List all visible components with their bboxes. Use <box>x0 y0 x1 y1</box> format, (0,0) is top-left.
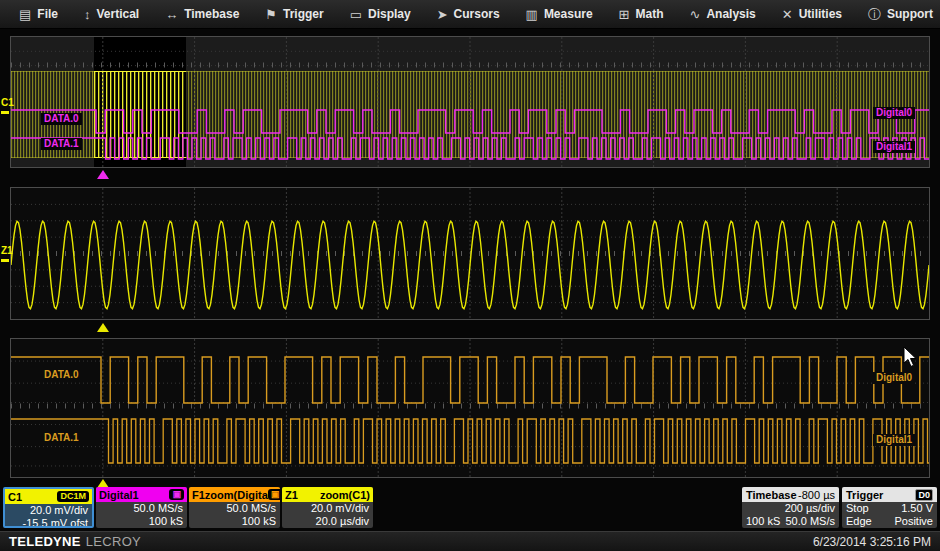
timebase-per-div: 200 µs/div <box>785 502 835 515</box>
menu-item-utilities[interactable]: ✕Utilities <box>769 3 855 25</box>
top-grid[interactable]: DATA.0 DATA.1 Digital0 Digital1 <box>10 36 930 168</box>
brand-teledyne: TELEDYNE <box>9 534 81 549</box>
menu-item-math[interactable]: ⊞Math <box>606 3 677 25</box>
menu-item-label: Measure <box>544 7 593 21</box>
descriptor-value: 20.0 mV/div <box>9 504 88 517</box>
digital0-zoom-right-label: Digital0 <box>873 372 915 384</box>
digital1-right-label: Digital1 <box>873 141 915 153</box>
menu-item-label: Trigger <box>283 7 324 21</box>
descriptor-badge: ▣ <box>169 489 184 500</box>
brand-lecroy: LECROY <box>86 534 141 549</box>
status-bar: TELEDYNE LECROY 6/23/2014 3:25:16 PM <box>0 531 940 551</box>
datetime-display: 6/23/2014 3:25:16 PM <box>813 535 931 549</box>
timebase-delay: -800 µs <box>798 489 835 501</box>
menu-item-analysis[interactable]: ∿Analysis <box>676 3 768 25</box>
descriptor-title: Digital1 <box>99 489 139 501</box>
descriptor-value: 50.0 MS/s <box>100 502 183 515</box>
data0-label: DATA.0 <box>41 113 82 125</box>
menu-item-label: Support <box>887 7 933 21</box>
file-icon: ▤ <box>19 8 31 21</box>
descriptor-badge: DC1M <box>57 491 89 502</box>
menu-item-cursors[interactable]: ➤Cursors <box>424 3 513 25</box>
digital-zoom-grid[interactable]: DATA.0 DATA.1 Digital0 Digital1 <box>10 338 930 478</box>
digital1-zoom-right-label: Digital1 <box>873 434 915 446</box>
c1-channel-indicator[interactable]: C1 <box>1 98 14 108</box>
descriptor-value: 50.0 MS/s <box>193 502 276 515</box>
menu-item-label: Timebase <box>184 7 239 21</box>
support-info-icon: ⓘ <box>868 8 881 21</box>
channel-descriptor-c1[interactable]: C1DC1M20.0 mV/div-15.5 mV ofst <box>3 487 94 528</box>
descriptor-value: 100 kS <box>193 515 276 528</box>
trigger-level: 1.50 V <box>901 502 933 515</box>
descriptor-badge: ▣ <box>268 489 280 500</box>
cursor-pointer-icon: ➤ <box>437 8 448 21</box>
z1-channel-indicator[interactable]: Z1 <box>1 246 13 256</box>
descriptor-value: -15.5 mV ofst <box>9 517 88 528</box>
trigger-mode: Stop <box>846 502 869 515</box>
trigger-source-badge: D0 <box>915 489 933 501</box>
descriptor-function-label: zoom(C1) <box>320 489 370 501</box>
analysis-chart-icon: ∿ <box>689 8 700 21</box>
menu-item-trigger[interactable]: ⚑Trigger <box>252 3 336 25</box>
digital0-right-label: Digital0 <box>873 107 915 119</box>
trigger-position-marker[interactable] <box>97 170 109 179</box>
menu-item-label: Vertical <box>96 7 139 21</box>
menu-item-label: Math <box>635 7 663 21</box>
top-grid-traces <box>11 37 929 167</box>
display-monitor-icon: ▭ <box>350 8 362 21</box>
z1-offset-tick <box>1 259 9 262</box>
z1-sine-trace[interactable] <box>11 221 929 309</box>
menu-item-label: Utilities <box>799 7 842 21</box>
data0-zoom-label: DATA.0 <box>41 369 82 381</box>
descriptor-value: 20.0 µs/div <box>286 515 369 528</box>
digital-zoom-traces <box>11 339 929 477</box>
descriptor-value: 20.0 mV/div <box>286 502 369 515</box>
math-calculator-icon: ⊞ <box>619 8 630 21</box>
menu-item-label: Analysis <box>706 7 755 21</box>
trigger-slope: Positive <box>894 515 933 528</box>
horizontal-arrows-icon: ↔ <box>165 8 178 21</box>
menu-item-vertical[interactable]: ↕Vertical <box>71 3 152 25</box>
trigger-descriptor[interactable]: Trigger D0 Stop 1.50 V Edge Positive <box>842 487 937 528</box>
channel-descriptor-z1[interactable]: Z1zoom(C1)20.0 mV/div20.0 µs/div <box>282 487 373 528</box>
vertical-arrows-icon: ↕ <box>84 8 91 21</box>
trigger-flag-icon: ⚑ <box>265 8 277 21</box>
timebase-title: Timebase <box>746 489 797 501</box>
data1-label: DATA.1 <box>41 138 82 150</box>
z1-sine-trace-svg <box>11 188 929 319</box>
measure-caliper-icon: ▥ <box>526 8 538 21</box>
descriptor-title: C1 <box>8 491 22 503</box>
timebase-rate: 50.0 MS/s <box>785 515 835 528</box>
descriptor-title: F1 <box>192 489 205 501</box>
menu-item-measure[interactable]: ▥Measure <box>513 3 606 25</box>
menu-item-timebase[interactable]: ↔Timebase <box>152 3 252 25</box>
trigger-type: Edge <box>846 515 872 528</box>
menu-item-display[interactable]: ▭Display <box>337 3 424 25</box>
timebase-descriptor[interactable]: Timebase -800 µs 200 µs/div 100 kS 50.0 … <box>742 487 839 528</box>
trigger-title: Trigger <box>846 489 883 501</box>
menu-bar: ▤File↕Vertical↔Timebase⚑Trigger▭Display➤… <box>0 0 940 29</box>
descriptor-function-label: zoom(Digita <box>205 489 268 501</box>
menu-item-label: File <box>37 7 58 21</box>
data1-overview-trace[interactable] <box>11 138 929 159</box>
menu-item-label: Display <box>368 7 411 21</box>
z1-trigger-marker[interactable] <box>97 323 109 332</box>
descriptor-title: Z1 <box>285 489 298 501</box>
menu-item-file[interactable]: ▤File <box>6 3 71 25</box>
menu-item-label: Cursors <box>454 7 500 21</box>
z1-zoom-grid[interactable] <box>10 187 930 320</box>
c1-offset-tick <box>1 111 9 114</box>
channel-descriptor-f1[interactable]: F1zoom(Digita▣50.0 MS/s100 kS <box>189 487 280 528</box>
data1-zoom-label: DATA.1 <box>41 432 82 444</box>
descriptor-value: 100 kS <box>100 515 183 528</box>
utilities-tools-icon: ✕ <box>782 8 793 21</box>
mouse-cursor <box>903 347 919 373</box>
menu-item-support[interactable]: ⓘSupport <box>855 3 940 25</box>
channel-descriptor-digital1[interactable]: Digital1▣50.0 MS/s100 kS <box>96 487 187 528</box>
oscilloscope-screen: ▤File↕Vertical↔Timebase⚑Trigger▭Display➤… <box>0 0 940 551</box>
timebase-samples: 100 kS <box>746 515 780 528</box>
